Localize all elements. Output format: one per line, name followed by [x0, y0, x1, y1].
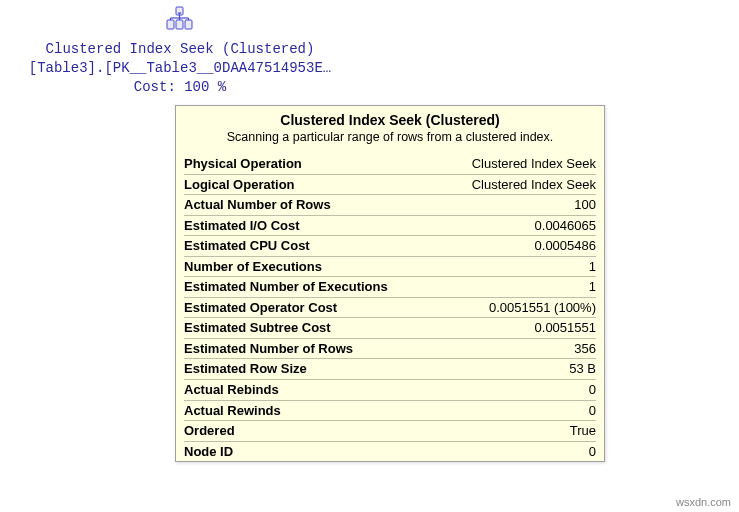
svg-rect-2 [185, 20, 192, 29]
tooltip-title: Clustered Index Seek (Clustered) [184, 112, 596, 128]
property-label: Actual Number of Rows [184, 196, 331, 214]
property-label: Physical Operation [184, 155, 302, 173]
property-row: Number of Executions1 [184, 257, 596, 278]
property-value: 356 [574, 340, 596, 358]
property-row: Physical OperationClustered Index Seek [184, 154, 596, 175]
property-label: Estimated Subtree Cost [184, 319, 331, 337]
property-row: Estimated CPU Cost0.0005486 [184, 236, 596, 257]
property-label: Number of Executions [184, 258, 322, 276]
svg-rect-0 [167, 20, 174, 29]
svg-rect-1 [176, 20, 183, 29]
plan-node-cost: Cost: 100 % [0, 78, 360, 97]
property-label: Ordered [184, 422, 235, 440]
plan-node-title: Clustered Index Seek (Clustered) [0, 40, 360, 59]
property-label: Estimated I/O Cost [184, 217, 300, 235]
property-value: 0 [589, 443, 596, 461]
plan-node-object: [Table3].[PK__Table3__0DAA47514953E… [0, 59, 360, 78]
property-label: Estimated Number of Rows [184, 340, 353, 358]
property-row: Estimated I/O Cost0.0046065 [184, 216, 596, 237]
property-row: Estimated Number of Rows356 [184, 339, 596, 360]
tooltip-properties: Physical OperationClustered Index SeekLo… [184, 154, 596, 461]
property-label: Estimated CPU Cost [184, 237, 310, 255]
property-row: Actual Rebinds0 [184, 380, 596, 401]
property-label: Estimated Row Size [184, 360, 307, 378]
property-value: 0.0051551 (100%) [489, 299, 596, 317]
watermark: wsxdn.com [676, 496, 731, 508]
property-value: 1 [589, 278, 596, 296]
clustered-index-seek-icon [165, 6, 195, 38]
property-row: Estimated Subtree Cost0.0051551 [184, 318, 596, 339]
property-value: 100 [574, 196, 596, 214]
property-value: 1 [589, 258, 596, 276]
property-label: Estimated Operator Cost [184, 299, 337, 317]
property-value: Clustered Index Seek [472, 176, 596, 194]
property-row: Node ID0 [184, 442, 596, 462]
property-row: OrderedTrue [184, 421, 596, 442]
execution-plan-node[interactable]: Clustered Index Seek (Clustered) [Table3… [0, 6, 360, 97]
property-row: Estimated Number of Executions1 [184, 277, 596, 298]
property-value: 0.0005486 [535, 237, 596, 255]
property-value: 0.0051551 [535, 319, 596, 337]
property-label: Logical Operation [184, 176, 295, 194]
property-label: Node ID [184, 443, 233, 461]
property-label: Estimated Number of Executions [184, 278, 388, 296]
property-label: Actual Rebinds [184, 381, 279, 399]
property-row: Logical OperationClustered Index Seek [184, 175, 596, 196]
property-row: Actual Number of Rows100 [184, 195, 596, 216]
property-value: 53 B [569, 360, 596, 378]
property-label: Actual Rewinds [184, 402, 281, 420]
property-value: 0.0046065 [535, 217, 596, 235]
property-value: 0 [589, 402, 596, 420]
property-value: True [570, 422, 596, 440]
tooltip-description: Scanning a particular range of rows from… [184, 130, 596, 144]
property-value: 0 [589, 381, 596, 399]
property-row: Estimated Operator Cost0.0051551 (100%) [184, 298, 596, 319]
property-row: Estimated Row Size53 B [184, 359, 596, 380]
property-row: Actual Rewinds0 [184, 401, 596, 422]
operator-tooltip: Clustered Index Seek (Clustered) Scannin… [175, 105, 605, 462]
property-value: Clustered Index Seek [472, 155, 596, 173]
